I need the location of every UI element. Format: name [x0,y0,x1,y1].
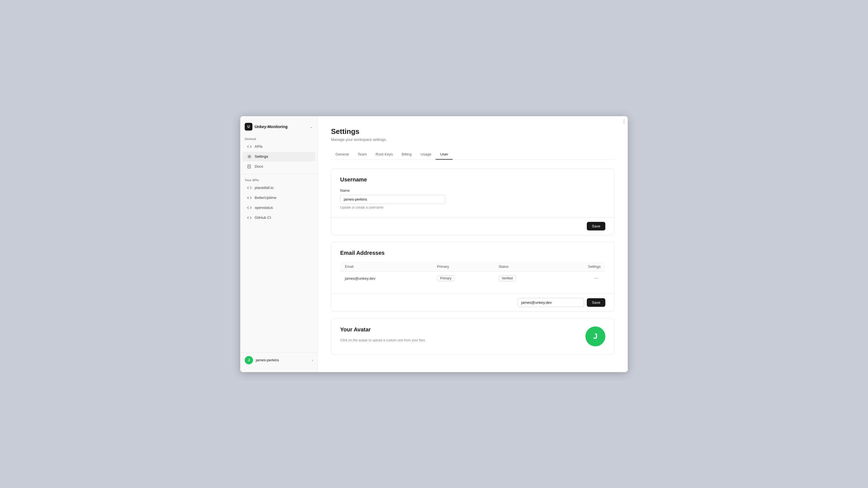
avatar-text-section: Your Avatar Click on the avatar to uploa… [340,326,426,342]
workspace-name: Unkey-Monitoring [255,125,287,129]
username-card-title: Username [340,176,605,183]
sidebar-item-openstatus[interactable]: openstatus [243,203,315,213]
sidebar-item-planetfall-label: planetfall.io [255,186,274,190]
sidebar-item-openstatus-label: openstatus [255,205,273,210]
new-email-input[interactable] [518,298,584,307]
sidebar-divider [240,174,317,174]
username-card-footer: Save [331,217,614,235]
email-save-button[interactable]: Save [587,298,605,307]
svg-point-0 [249,156,250,157]
workspace-selector[interactable]: U Unkey-Monitoring [245,123,287,131]
chevron-down-icon[interactable]: ⌄ [310,125,313,129]
general-section-label: General [240,135,317,142]
tab-user[interactable]: User [436,150,453,160]
chrome-dot [624,123,624,124]
col-status: Status [494,262,555,271]
sidebar-item-betteruptime-label: BetterUptime [255,196,277,200]
email-card-title: Email Addresses [340,250,605,256]
gear-icon [247,154,252,159]
username-card: Username Name Update or create a usernam… [331,168,615,235]
page-subtitle: Manage your workspace settings. [331,137,615,142]
table-row: james@unkey.dev Primary Verified ··· [340,271,605,285]
tab-usage[interactable]: Usage [416,150,436,160]
your-apis-section-label: Your APIs [240,176,317,183]
email-address: james@unkey.dev [340,271,433,285]
book-icon [247,164,252,169]
sidebar: U Unkey-Monitoring ⌄ General APIs [240,116,318,372]
workspace-icon: U [245,123,252,131]
col-email: Email [340,262,433,271]
settings-cell: ··· [555,271,605,285]
sidebar-item-settings[interactable]: Settings [243,152,315,161]
col-settings: Settings [555,262,605,271]
avatar-upload[interactable]: J [585,326,605,346]
settings-tabs: General Team Root Keys Billing Usage Use… [331,150,615,160]
sidebar-item-docs-label: Docs [255,164,263,168]
email-table: Email Primary Status Settings james@unke… [340,262,605,286]
username-hint: Update or create a username [340,205,605,209]
code-icon-githubci [247,215,252,220]
email-card-footer: Save [331,293,614,312]
username-save-button[interactable]: Save [587,222,605,230]
username-input[interactable] [340,195,445,204]
sidebar-item-docs[interactable]: Docs [243,162,315,171]
tab-general[interactable]: General [331,150,353,160]
sidebar-item-apis[interactable]: APIs [243,142,315,151]
chrome-dot [624,121,624,122]
avatar-card: Your Avatar Click on the avatar to uploa… [331,318,615,354]
code-icon-betteruptime [247,195,252,200]
col-primary: Primary [433,262,494,271]
user-footer[interactable]: J james-perkins › [240,352,317,368]
tab-root-keys[interactable]: Root Keys [371,150,397,160]
name-label: Name [340,188,605,193]
email-table-header: Email Primary Status Settings [340,262,605,271]
email-card: Email Addresses Email Primary Status Set… [331,242,615,312]
email-settings-button[interactable]: ··· [592,275,600,282]
page-title: Settings [331,127,615,136]
status-badge: Verified [499,275,516,281]
sidebar-item-settings-label: Settings [255,154,268,159]
sidebar-item-githubci-label: GitHub CI [255,216,271,220]
primary-badge: Primary [437,275,455,281]
footer-username: james-perkins [256,358,279,362]
avatar-hint: Click on the avatar to upload a custom o… [340,338,426,342]
footer-user-info: J james-perkins [245,356,279,364]
tab-team[interactable]: Team [353,150,371,160]
code-icon [247,144,252,149]
window-chrome [622,119,625,125]
sidebar-item-githubci[interactable]: GitHub CI [243,213,315,222]
sidebar-item-betteruptime[interactable]: BetterUptime [243,193,315,202]
chrome-dot [624,120,624,120]
email-card-body: Email Addresses Email Primary Status Set… [331,242,614,293]
sidebar-item-apis-label: APIs [255,144,263,149]
code-icon-planetfall [247,185,252,190]
avatar-section: Your Avatar Click on the avatar to uploa… [340,326,605,346]
avatar-card-title: Your Avatar [340,326,426,333]
status-cell: Verified [494,271,555,285]
avatar: J [245,356,253,364]
username-card-body: Username Name Update or create a usernam… [331,169,614,217]
main-content: Settings Manage your workspace settings.… [318,116,628,372]
code-icon-openstatus [247,205,252,210]
sidebar-item-planetfall[interactable]: planetfall.io [243,183,315,193]
sidebar-header: U Unkey-Monitoring ⌄ [240,121,317,135]
avatar-card-body: Your Avatar Click on the avatar to uploa… [331,319,614,354]
tab-billing[interactable]: Billing [397,150,416,160]
chevron-right-icon: › [312,358,313,362]
primary-cell: Primary [433,271,494,285]
